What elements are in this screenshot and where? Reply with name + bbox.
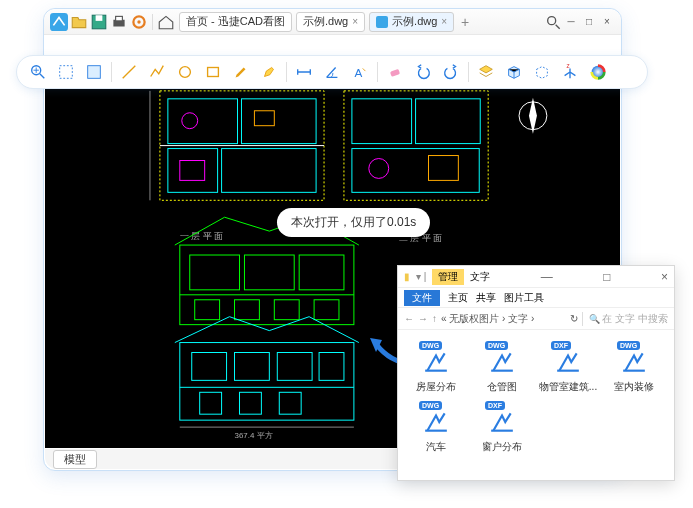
zoom-hand-icon[interactable] <box>27 61 49 83</box>
home-icon[interactable] <box>157 13 175 31</box>
text-annotation-icon[interactable]: A <box>349 61 371 83</box>
highlight-icon[interactable] <box>258 61 280 83</box>
add-tab-icon[interactable]: + <box>456 13 474 31</box>
select-window-icon[interactable] <box>55 61 77 83</box>
explorer-ribbon-tabs: 文件 主页 共享 图片工具 <box>398 288 674 308</box>
file-explorer-window: ▮ ▾ | 管理 文字 — □ × 文件 主页 共享 图片工具 ← → ↑ « … <box>397 265 675 481</box>
svg-rect-16 <box>254 111 274 126</box>
breadcrumb[interactable]: « 无版权图片 › 文字 › <box>441 312 566 326</box>
file-label: 汽车 <box>426 440 446 454</box>
wireframe-icon[interactable] <box>531 61 553 83</box>
ribbon-tab-tools[interactable]: 图片工具 <box>504 291 544 305</box>
explorer-titlebar: ▮ ▾ | 管理 文字 — □ × <box>398 266 674 288</box>
svg-rect-54 <box>208 68 219 77</box>
open-icon[interactable] <box>70 13 88 31</box>
polyline-icon[interactable] <box>146 61 168 83</box>
close-icon[interactable]: × <box>441 16 447 27</box>
angle-icon[interactable] <box>321 61 343 83</box>
axis-icon[interactable]: z <box>559 61 581 83</box>
explorer-max-icon[interactable]: □ <box>603 270 610 284</box>
svg-rect-42 <box>277 353 312 381</box>
undo-icon[interactable] <box>412 61 434 83</box>
circle-icon[interactable] <box>174 61 196 83</box>
svg-rect-30 <box>190 255 240 290</box>
tab-label: 首页 - 迅捷CAD看图 <box>186 14 285 29</box>
main-toolbar: A z <box>16 55 648 89</box>
tab-file-1[interactable]: 示例.dwg× <box>296 12 365 32</box>
svg-point-8 <box>548 16 556 24</box>
file-icon: DXF <box>482 398 522 438</box>
svg-rect-7 <box>376 16 388 28</box>
svg-rect-35 <box>235 300 260 320</box>
ribbon-tab-share[interactable]: 共享 <box>476 291 496 305</box>
svg-point-6 <box>137 20 140 23</box>
save-icon[interactable] <box>90 13 108 31</box>
line-icon[interactable] <box>118 61 140 83</box>
tab-home[interactable]: 首页 - 迅捷CAD看图 <box>179 12 292 32</box>
svg-rect-37 <box>314 300 339 320</box>
svg-rect-31 <box>244 255 294 290</box>
svg-rect-32 <box>299 255 344 290</box>
svg-rect-41 <box>235 353 270 381</box>
svg-rect-47 <box>279 392 301 414</box>
window-controls: ─ □ × <box>545 14 615 30</box>
file-item[interactable]: DXF窗户分布 <box>470 398 534 454</box>
3d-box-icon[interactable] <box>503 61 525 83</box>
svg-text:一 层 平 面: 一 层 平 面 <box>180 231 223 241</box>
minimize-icon[interactable]: ─ <box>563 14 579 30</box>
brush-icon[interactable] <box>230 61 252 83</box>
down-icon[interactable]: ▾ | <box>416 271 426 282</box>
forward-icon[interactable]: → <box>418 313 428 324</box>
svg-rect-29 <box>180 245 354 325</box>
back-icon[interactable]: ← <box>404 313 414 324</box>
file-icon: DWG <box>416 398 456 438</box>
svg-point-25 <box>369 159 389 179</box>
explorer-close-icon[interactable]: × <box>661 270 668 284</box>
file-item[interactable]: DXF物管室建筑... <box>536 338 600 394</box>
svg-point-15 <box>182 113 198 129</box>
file-item[interactable]: DWG房屋分布 <box>404 338 468 394</box>
folder-icon: ▮ <box>404 271 410 282</box>
file-icon: DWG <box>482 338 522 378</box>
svg-rect-52 <box>88 66 101 79</box>
explorer-min-icon[interactable]: — <box>541 270 553 284</box>
file-label: 室内装修 <box>614 380 654 394</box>
refresh-icon[interactable]: ↻ <box>570 313 578 324</box>
svg-rect-13 <box>222 149 317 193</box>
rect-icon[interactable] <box>202 61 224 83</box>
tab-file-2[interactable]: 示例.dwg× <box>369 12 454 32</box>
color-wheel-icon[interactable] <box>587 61 609 83</box>
maximize-icon[interactable]: □ <box>581 14 597 30</box>
close-icon[interactable]: × <box>352 16 358 27</box>
search-input[interactable]: 🔍 在 文字 中搜索 <box>582 312 668 326</box>
layers-icon[interactable] <box>475 61 497 83</box>
ribbon-manage-badge: 管理 <box>432 269 464 285</box>
svg-text:z: z <box>566 63 569 69</box>
settings-icon[interactable] <box>130 13 148 31</box>
file-item[interactable]: DWG汽车 <box>404 398 468 454</box>
close-window-icon[interactable]: × <box>599 14 615 30</box>
explorer-file-grid: DWG房屋分布DWG仓管图DXF物管室建筑...DWG室内装修DWG汽车DXF窗… <box>398 330 674 462</box>
model-tab[interactable]: 模型 <box>53 450 97 469</box>
print-icon[interactable] <box>110 13 128 31</box>
svg-rect-12 <box>168 149 218 193</box>
file-label: 物管室建筑... <box>539 380 597 394</box>
fullscreen-icon[interactable] <box>83 61 105 83</box>
ribbon-tab-file[interactable]: 文件 <box>404 290 440 306</box>
search-window-icon[interactable] <box>545 14 561 30</box>
svg-rect-23 <box>352 149 479 193</box>
dimension-icon[interactable] <box>293 61 315 83</box>
eraser-icon[interactable] <box>384 61 406 83</box>
svg-rect-11 <box>241 99 316 144</box>
svg-text:367.4 平方: 367.4 平方 <box>235 431 273 440</box>
redo-icon[interactable] <box>440 61 462 83</box>
app-icon <box>50 13 68 31</box>
file-item[interactable]: DWG室内装修 <box>602 338 666 394</box>
load-time-toast: 本次打开，仅用了0.01s <box>277 208 430 237</box>
up-icon[interactable]: ↑ <box>432 313 437 324</box>
file-label: 房屋分布 <box>416 380 456 394</box>
svg-rect-45 <box>200 392 222 414</box>
file-icon: DXF <box>548 338 588 378</box>
ribbon-tab-home[interactable]: 主页 <box>448 291 468 305</box>
file-item[interactable]: DWG仓管图 <box>470 338 534 394</box>
